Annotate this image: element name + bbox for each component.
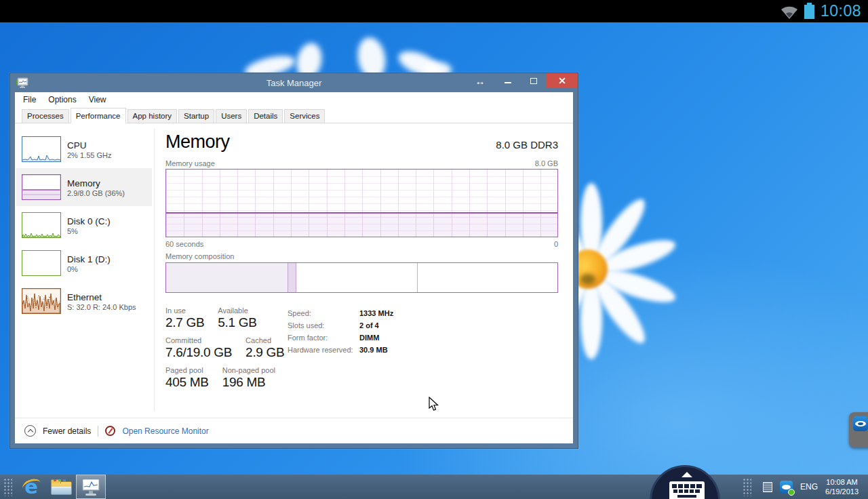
memory-mini-chart [22, 174, 61, 200]
stat-nonpaged-pool: Non-paged pool 196 MB [222, 366, 275, 390]
teamviewer-icon [853, 416, 868, 431]
panel-title: Memory [165, 132, 230, 153]
sidebar-disk0-label: Disk 0 (C:) [67, 216, 111, 227]
open-resource-monitor-link[interactable]: Open Resource Monitor [122, 426, 208, 436]
composition-segment-standby [296, 263, 418, 292]
detail-form-factor: Form factor: DIMM [288, 334, 393, 342]
window-body: File Options View Processes Performance … [15, 92, 573, 443]
disk1-mini-chart [22, 250, 61, 276]
show-hidden-icons-button[interactable] [763, 482, 772, 492]
taskbar-task-manager-button[interactable] [76, 475, 106, 499]
daisy-center-shadow [580, 274, 595, 285]
composition-segment-in-use [166, 263, 288, 292]
detail-speed: Speed: 1333 MHz [288, 309, 393, 317]
memory-panel: Memory 8.0 GB DDR3 Memory usage 8.0 GB 6… [165, 132, 558, 443]
task-manager-icon [82, 479, 100, 496]
detail-hardware-reserved: Hardware reserved: 30.9 MB [288, 346, 393, 354]
memory-usage-graph [165, 169, 558, 237]
memory-stats: In use 2.7 GB Available 5.1 GB Committed [165, 306, 284, 396]
taskbar-grip[interactable] [3, 478, 12, 496]
menu-options[interactable]: Options [42, 94, 82, 106]
disk0-mini-chart [22, 212, 61, 238]
sidebar-disk1-label: Disk 1 (D:) [67, 254, 111, 265]
stat-in-use: In use 2.7 GB [165, 306, 204, 330]
stat-cached: Cached 2.9 GB [245, 336, 284, 360]
tab-details[interactable]: Details [248, 109, 283, 123]
sidebar-item-memory[interactable]: Memory 2.9/8.0 GB (36%) [16, 168, 152, 206]
usage-label: Memory usage [165, 159, 215, 167]
composition-segment-modified [288, 263, 296, 292]
tab-performance[interactable]: Performance [71, 108, 126, 123]
axis-right-label: 0 [554, 240, 558, 248]
sidebar-item-disk0[interactable]: Disk 0 (C:) 5% [16, 206, 152, 244]
title-bar[interactable]: Task Manager ↔ [15, 73, 573, 92]
stat-available: Available 5.1 GB [218, 306, 256, 330]
tab-services[interactable]: Services [284, 109, 325, 123]
teamviewer-tray-icon[interactable] [780, 481, 793, 494]
sidebar-item-cpu[interactable]: CPU 2% 1.55 GHz [16, 130, 152, 168]
tray-grip[interactable] [743, 478, 751, 496]
keyboard-popup-arrow-icon [682, 472, 692, 477]
memory-capacity: 8.0 GB DDR3 [496, 139, 558, 151]
memory-hardware-details: Speed: 1333 MHz Slots used: 2 of 4 Form … [288, 309, 393, 358]
sidebar-item-ethernet[interactable]: Ethernet S: 32.0 R: 24.0 Kbps [16, 282, 152, 320]
taskbar-date: 6/19/2013 [825, 487, 859, 496]
menu-bar: File Options View [15, 92, 573, 106]
resize-button[interactable]: ↔ [465, 73, 495, 88]
performance-content: CPU 2% 1.55 GHz Memory [15, 123, 573, 443]
tab-strip: Processes Performance App history Startu… [15, 106, 573, 123]
file-explorer-icon [51, 479, 72, 495]
sidebar-memory-detail: 2.9/8.0 GB (36%) [67, 189, 125, 197]
taskbar-ie-button[interactable]: e [16, 475, 46, 499]
sidebar-ethernet-detail: S: 32.0 R: 24.0 Kbps [67, 303, 136, 311]
memory-composition-bar [165, 262, 558, 293]
sidebar-cpu-detail: 2% 1.55 GHz [67, 151, 111, 159]
screen: 10:08 [0, 0, 868, 499]
axis-left-label: 60 seconds [165, 240, 203, 248]
tab-app-history[interactable]: App history [127, 109, 178, 123]
battery-icon [804, 5, 814, 19]
sidebar-ethernet-label: Ethernet [67, 292, 136, 303]
taskbar-explorer-button[interactable] [46, 475, 76, 499]
sidebar-divider [154, 129, 155, 411]
fewer-details-button[interactable]: Fewer details [43, 426, 91, 436]
internet-explorer-icon: e [24, 477, 38, 496]
maximize-icon [530, 78, 537, 84]
performance-sidebar: CPU 2% 1.55 GHz Memory [16, 130, 152, 320]
window-footer: Fewer details Open Resource Monitor [15, 418, 573, 443]
tab-processes[interactable]: Processes [22, 109, 69, 123]
chevron-up-icon [24, 425, 36, 437]
sidebar-cpu-label: CPU [67, 140, 111, 151]
sidebar-disk1-detail: 0% [67, 265, 111, 273]
maximize-button[interactable] [521, 73, 547, 88]
composition-label: Memory composition [165, 252, 234, 260]
taskbar: e [0, 475, 868, 499]
ethernet-mini-chart [22, 288, 61, 314]
usage-scale-max: 8.0 GB [535, 159, 558, 167]
keyboard-icon [669, 481, 705, 499]
taskbar-time: 10:08 AM [825, 477, 859, 487]
task-manager-window: Task Manager ↔ File Options View Process… [9, 73, 578, 449]
android-status-bar: 10:08 [0, 0, 868, 22]
footer-separator [98, 426, 98, 437]
sidebar-item-disk1[interactable]: Disk 1 (D:) 0% [16, 244, 152, 282]
resource-monitor-icon [105, 426, 115, 436]
taskbar-clock[interactable]: 10:08 AM 6/19/2013 [825, 477, 861, 496]
menu-file[interactable]: File [17, 94, 42, 106]
mouse-cursor [429, 397, 439, 412]
composition-segment-free [418, 263, 557, 292]
stat-committed: Committed 7.6/19.0 GB [165, 336, 232, 360]
sidebar-disk0-detail: 5% [67, 227, 111, 235]
stat-paged-pool: Paged pool 405 MB [165, 366, 209, 390]
minimize-icon [505, 82, 511, 83]
minimize-button[interactable] [495, 73, 521, 88]
memory-usage-fill [166, 212, 557, 237]
menu-view[interactable]: View [83, 94, 113, 106]
teamviewer-edge-widget[interactable] [849, 412, 868, 447]
system-tray: ENG 10:08 AM 6/19/2013 [739, 477, 868, 496]
tab-startup[interactable]: Startup [178, 109, 214, 123]
tab-users[interactable]: Users [216, 109, 247, 123]
sidebar-memory-label: Memory [67, 178, 125, 189]
language-indicator[interactable]: ENG [800, 482, 818, 492]
close-button[interactable] [547, 73, 578, 88]
